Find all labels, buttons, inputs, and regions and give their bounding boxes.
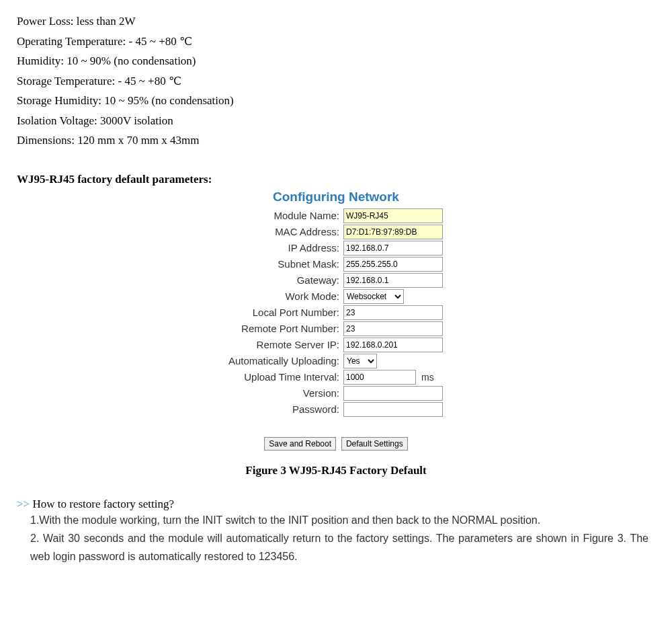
spec-humidity: Humidity: 10 ~ 90% (no condensation) xyxy=(17,52,655,70)
spec-dimensions: Dimensions: 120 mm x 70 mm x 43mm xyxy=(17,132,655,149)
label-gateway: Gateway: xyxy=(185,274,343,286)
select-work-mode[interactable]: Websocket xyxy=(343,289,404,304)
label-auto-upload: Automatically Uploading: xyxy=(185,355,343,366)
howto-heading-text: How to restore factory setting? xyxy=(32,498,174,510)
spec-storage-temp: Storage Temperature: - 45 ~ +80 ℃ xyxy=(17,73,655,90)
label-module-name: Module Name: xyxy=(185,210,343,221)
figure-caption: Figure 3 WJ95-RJ45 Factory Default xyxy=(17,464,655,477)
label-work-mode: Work Mode: xyxy=(185,290,343,302)
input-subnet[interactable] xyxy=(343,257,443,272)
label-mac: MAC Address: xyxy=(185,226,343,237)
label-version: Version: xyxy=(185,387,343,399)
input-version[interactable] xyxy=(343,386,443,401)
label-remote-ip: Remote Server IP: xyxy=(185,339,343,350)
input-ip[interactable] xyxy=(343,241,443,256)
section-heading: WJ95-RJ45 factory default parameters: xyxy=(17,173,655,186)
howto-step2: 2. Wait 30 seconds and the module will a… xyxy=(30,529,648,565)
label-subnet: Subnet Mask: xyxy=(185,258,343,270)
chevron-icon: >> xyxy=(17,498,32,510)
howto-heading: >> How to restore factory setting? xyxy=(17,498,655,511)
input-upload-interval[interactable] xyxy=(343,370,416,385)
spec-operating-temp: Operating Temperature: - 45 ~ +80 ℃ xyxy=(17,33,655,50)
input-local-port[interactable] xyxy=(343,305,443,320)
label-ip: IP Address: xyxy=(185,242,343,253)
input-module-name[interactable] xyxy=(343,208,443,223)
spec-storage-humidity: Storage Humidity: 10 ~ 95% (no condensat… xyxy=(17,92,655,110)
spec-power-loss: Power Loss: less than 2W xyxy=(17,13,655,30)
save-reboot-button[interactable]: Save and Reboot xyxy=(264,437,336,451)
default-settings-button[interactable]: Default Settings xyxy=(341,437,408,451)
input-remote-ip[interactable] xyxy=(343,338,443,352)
config-title: Configuring Network xyxy=(185,190,487,204)
unit-ms: ms xyxy=(421,372,434,383)
spec-isolation: Isolation Voltage: 3000V isolation xyxy=(17,112,655,130)
input-gateway[interactable] xyxy=(343,273,443,288)
input-remote-port[interactable] xyxy=(343,321,443,336)
howto-step1: 1.With the module working, turn the INIT… xyxy=(30,511,648,529)
label-upload-interval: Upload Time Interval: xyxy=(185,371,343,383)
input-mac[interactable] xyxy=(343,225,443,239)
label-local-port: Local Port Number: xyxy=(185,307,343,318)
config-panel: Configuring Network Module Name: MAC Add… xyxy=(185,190,487,451)
label-remote-port: Remote Port Number: xyxy=(185,323,343,334)
label-password: Password: xyxy=(185,403,343,415)
input-password[interactable] xyxy=(343,402,443,417)
select-auto-upload[interactable]: Yes xyxy=(343,354,377,368)
